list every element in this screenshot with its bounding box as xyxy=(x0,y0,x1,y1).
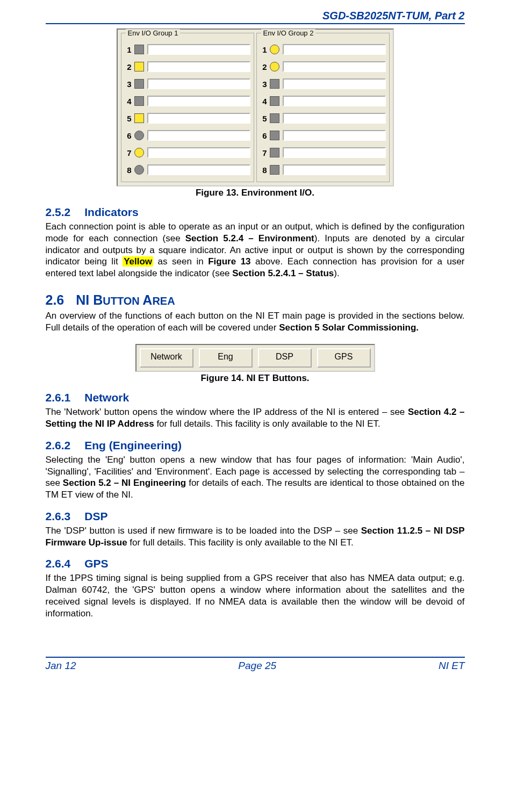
output-indicator-icon xyxy=(270,148,279,157)
env-label-input[interactable] xyxy=(283,96,386,106)
heading-title: GPS xyxy=(84,557,108,570)
eng-button[interactable]: Eng xyxy=(199,348,253,368)
env-row: 8 xyxy=(125,161,250,178)
heading-title: Eng (Engineering) xyxy=(84,439,182,451)
env-row-number: 1 xyxy=(260,45,270,54)
gps-button[interactable]: GPS xyxy=(317,348,371,368)
heading-2-6-4: 2.6.4GPS xyxy=(46,557,465,570)
env-label-input[interactable] xyxy=(147,130,250,141)
footer-page: Page 25 xyxy=(238,660,276,672)
output-indicator-icon xyxy=(134,96,144,106)
figure-14-caption: Figure 14. NI ET Buttons. xyxy=(46,373,465,384)
yellow-highlight: Yellow xyxy=(123,256,153,267)
footer-date: Jan 12 xyxy=(46,660,76,672)
page-footer: Jan 12 Page 25 NI ET xyxy=(46,657,465,672)
env-label-input[interactable] xyxy=(147,147,250,158)
env-row: 1 xyxy=(125,41,250,58)
output-indicator-icon xyxy=(270,96,279,106)
output-indicator-icon xyxy=(134,79,144,89)
env-label-input[interactable] xyxy=(283,147,386,158)
env-row: 1 xyxy=(260,41,386,58)
heading-title: DSP xyxy=(84,510,107,522)
input-indicator-icon xyxy=(134,131,144,140)
env-row: 2 xyxy=(125,58,250,75)
heading-number: 2.5.2 xyxy=(46,206,71,218)
heading-title: Network xyxy=(84,391,129,404)
output-indicator-icon xyxy=(134,45,144,54)
paragraph-2-6-1: The 'Network' button opens the window wh… xyxy=(46,406,465,430)
env-group-1-title: Env I/O Group 1 xyxy=(126,29,181,37)
paragraph-2-6-3: The 'DSP' button is used if new firmware… xyxy=(46,525,465,549)
env-row: 3 xyxy=(125,75,250,92)
heading-number: 2.6.2 xyxy=(46,439,71,451)
env-label-input[interactable] xyxy=(147,96,250,106)
output-indicator-icon xyxy=(270,131,279,140)
env-row-number: 8 xyxy=(125,166,134,175)
env-row: 4 xyxy=(260,92,386,110)
output-indicator-icon xyxy=(134,113,144,123)
figure-13: Env I/O Group 1 12345678 Env I/O Group 2… xyxy=(46,28,465,198)
env-row: 8 xyxy=(260,161,386,178)
env-row: 6 xyxy=(260,127,386,144)
env-group-2-title: Env I/O Group 2 xyxy=(261,29,316,37)
heading-title: NI BUTTON AREA xyxy=(76,292,175,307)
env-row-number: 7 xyxy=(125,148,134,157)
env-label-input[interactable] xyxy=(147,44,250,55)
heading-2-5-2: 2.5.2Indicators xyxy=(46,206,465,219)
network-button[interactable]: Network xyxy=(140,348,193,368)
env-row-number: 5 xyxy=(125,114,134,123)
env-label-input[interactable] xyxy=(283,164,386,175)
env-row: 6 xyxy=(125,127,250,144)
env-row-number: 8 xyxy=(260,166,270,175)
env-row-number: 2 xyxy=(125,62,134,71)
env-group-2: Env I/O Group 2 12345678 xyxy=(256,33,390,182)
dsp-button[interactable]: DSP xyxy=(258,348,312,368)
input-indicator-icon xyxy=(270,45,279,54)
env-label-input[interactable] xyxy=(283,78,386,89)
footer-section: NI ET xyxy=(439,660,465,672)
heading-2-6-3: 2.6.3DSP xyxy=(46,510,465,523)
env-row-number: 5 xyxy=(260,114,270,123)
heading-number: 2.6.4 xyxy=(46,557,71,570)
input-indicator-icon xyxy=(134,165,144,175)
heading-title: Indicators xyxy=(84,206,138,218)
heading-2-6-2: 2.6.2Eng (Engineering) xyxy=(46,439,465,452)
env-row-number: 6 xyxy=(125,131,134,140)
paragraph-2-5-2: Each connection point is able to operate… xyxy=(46,221,465,279)
env-row: 5 xyxy=(125,110,250,127)
input-indicator-icon xyxy=(134,148,144,157)
output-indicator-icon xyxy=(134,62,144,71)
env-row-number: 1 xyxy=(125,45,134,54)
env-label-input[interactable] xyxy=(147,78,250,89)
env-label-input[interactable] xyxy=(147,164,250,175)
env-group-1: Env I/O Group 1 12345678 xyxy=(121,33,254,182)
paragraph-2-6-4: If the 1PPS timing signal is being suppl… xyxy=(46,572,465,619)
env-label-input[interactable] xyxy=(147,113,250,124)
env-row-number: 2 xyxy=(260,62,270,71)
env-label-input[interactable] xyxy=(283,44,386,55)
env-row: 7 xyxy=(125,144,250,161)
env-label-input[interactable] xyxy=(283,61,386,72)
env-row-number: 6 xyxy=(260,131,270,140)
env-row-number: 4 xyxy=(125,97,134,106)
env-row: 7 xyxy=(260,144,386,161)
env-row-number: 4 xyxy=(260,97,270,106)
heading-number: 2.6.1 xyxy=(46,391,71,404)
figure-14: Network Eng DSP GPS Figure 14. NI ET But… xyxy=(46,344,465,384)
paragraph-2-6-2: Selecting the 'Eng' button opens a new w… xyxy=(46,454,465,501)
env-label-input[interactable] xyxy=(283,130,386,141)
env-row: 5 xyxy=(260,110,386,127)
heading-2-6-1: 2.6.1Network xyxy=(46,391,465,404)
env-label-input[interactable] xyxy=(283,113,386,124)
heading-2-6: 2.6NI BUTTON AREA xyxy=(46,292,465,308)
output-indicator-icon xyxy=(270,113,279,123)
env-label-input[interactable] xyxy=(147,61,250,72)
button-row: Network Eng DSP GPS xyxy=(135,344,375,372)
document-header: SGD-SB2025NT-TUM, Part 2 xyxy=(46,10,465,24)
env-row-number: 7 xyxy=(260,148,270,157)
heading-number: 2.6.3 xyxy=(46,510,71,522)
env-row: 2 xyxy=(260,58,386,75)
env-row-number: 3 xyxy=(260,80,270,89)
output-indicator-icon xyxy=(270,79,279,89)
paragraph-2-6: An overview of the functions of each but… xyxy=(46,310,465,334)
